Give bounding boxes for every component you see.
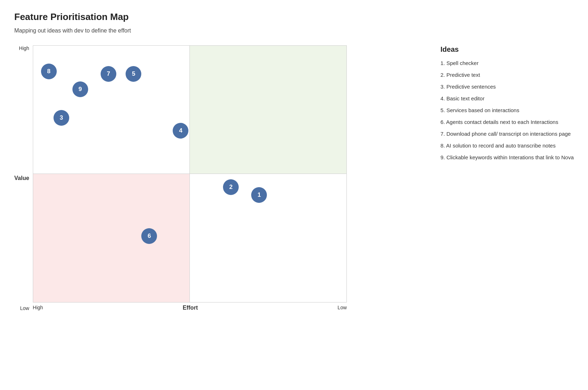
chart-area: High Value Low 123456789 High Effort Low: [14, 45, 426, 311]
legend-items: 1. Spell checker2. Predictive text3. Pre…: [440, 59, 574, 161]
page-title: Feature Prioritisation Map: [14, 11, 574, 22]
x-axis-row: High Effort Low: [33, 302, 347, 311]
dot-7: 7: [101, 66, 116, 82]
chart-and-x: 123456789 High Effort Low: [33, 45, 426, 311]
legend-item-6: 6. Agents contact details next to each I…: [440, 118, 574, 126]
x-axis-left: High: [33, 305, 43, 310]
legend-item-9: 9. Clickable keywords within Interations…: [440, 154, 574, 161]
dot-1: 1: [251, 187, 267, 203]
content-row: High Value Low 123456789 High Effort Low…: [14, 45, 574, 311]
quadrant-grid: 123456789: [33, 45, 347, 302]
legend-item-8: 8. AI solution to record and auto transc…: [440, 142, 574, 149]
legend-item-1: 1. Spell checker: [440, 59, 574, 67]
y-axis-labels: High Value Low: [14, 45, 33, 311]
subtitle: Mapping out ideas with dev to define the…: [14, 28, 574, 34]
y-axis-bottom: Low: [20, 305, 29, 311]
quadrant-top-right: [190, 46, 346, 174]
legend: Ideas 1. Spell checker2. Predictive text…: [440, 45, 574, 165]
legend-item-5: 5. Services based on interactions: [440, 106, 574, 114]
dot-9: 9: [72, 81, 88, 97]
dot-2: 2: [223, 179, 239, 195]
dot-8: 8: [41, 64, 57, 79]
quadrant-bottom-right: [190, 174, 346, 302]
legend-item-4: 4. Basic text editor: [440, 95, 574, 102]
y-axis-mid: Value: [14, 175, 29, 181]
quadrant-top-left: [33, 46, 190, 174]
legend-item-3: 3. Predictive sentences: [440, 83, 574, 90]
legend-title: Ideas: [440, 45, 574, 54]
legend-item-7: 7. Download phone call/ transcript on in…: [440, 130, 574, 138]
dot-5: 5: [126, 66, 141, 82]
legend-item-2: 2. Predictive text: [440, 71, 574, 79]
dot-6: 6: [141, 228, 157, 244]
y-axis-top: High: [19, 45, 29, 51]
dot-3: 3: [54, 110, 69, 126]
x-axis-right: Low: [338, 305, 347, 310]
quadrant-bottom-left: [33, 174, 190, 302]
x-axis-mid: Effort: [183, 305, 198, 311]
dot-4: 4: [173, 123, 188, 139]
